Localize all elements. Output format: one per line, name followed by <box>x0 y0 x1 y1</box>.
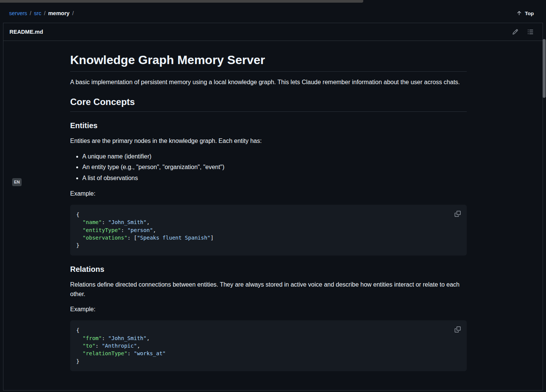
breadcrumb: servers / src / memory / <box>9 10 74 16</box>
pencil-icon <box>512 29 518 35</box>
copy-button[interactable] <box>452 324 463 335</box>
edit-file-button[interactable] <box>509 26 521 38</box>
list-item: An entity type (e.g., "person", "organiz… <box>82 163 467 172</box>
breadcrumb-link-servers[interactable]: servers <box>9 10 27 16</box>
entities-list: A unique name (identifier) An entity typ… <box>70 152 467 183</box>
file-card: README.md Knowledge Graph Memory Server … <box>3 23 543 390</box>
relations-example-label: Example: <box>70 305 467 314</box>
code-content: { "name": "John_Smith", "entityType": "p… <box>76 211 461 249</box>
readme-content: Knowledge Graph Memory Server A basic im… <box>3 41 543 371</box>
doc-title: Knowledge Graph Memory Server <box>70 52 467 72</box>
back-to-top-button[interactable]: Top <box>513 8 537 19</box>
arrow-up-icon <box>516 10 522 16</box>
file-header: README.md <box>3 23 543 41</box>
breadcrumb-separator: / <box>44 10 46 16</box>
github-readme-page: servers / src / memory / Top README.md <box>0 0 546 392</box>
code-block-relation-example: { "from": "John_Smith", "to": "Anthropic… <box>70 320 467 371</box>
doc-intro: A basic implementation of persistent mem… <box>70 78 467 87</box>
core-concepts-heading: Core Concepts <box>70 96 467 112</box>
relations-description: Relations define directed connections be… <box>70 280 467 299</box>
entities-heading: Entities <box>70 121 467 130</box>
list-item: A list of observations <box>82 174 467 183</box>
code-block-entity-example: { "name": "John_Smith", "entityType": "p… <box>70 205 467 256</box>
top-window-bar <box>0 0 363 3</box>
translate-badge[interactable]: EN <box>12 178 22 186</box>
entities-description: Entities are the primary nodes in the kn… <box>70 136 467 146</box>
file-actions <box>509 26 537 38</box>
file-name: README.md <box>9 29 43 35</box>
list-item: A unique name (identifier) <box>82 152 467 162</box>
breadcrumb-current-memory: memory <box>48 10 69 16</box>
back-to-top-label: Top <box>525 11 534 16</box>
entities-example-label: Example: <box>70 189 467 199</box>
outline-button[interactable] <box>524 26 537 38</box>
copy-icon <box>455 211 461 217</box>
breadcrumb-row: servers / src / memory / Top <box>0 0 546 23</box>
list-unordered-icon <box>527 29 533 35</box>
breadcrumb-separator: / <box>30 10 31 16</box>
markdown-body: Knowledge Graph Memory Server A basic im… <box>70 41 467 371</box>
scrollbar-thumb[interactable] <box>543 39 546 98</box>
copy-icon <box>455 326 461 332</box>
vertical-scrollbar[interactable] <box>542 0 546 392</box>
breadcrumb-link-src[interactable]: src <box>34 10 41 16</box>
breadcrumb-separator: / <box>72 10 74 16</box>
copy-button[interactable] <box>452 209 463 219</box>
code-content: { "from": "John_Smith", "to": "Anthropic… <box>76 326 461 365</box>
relations-heading: Relations <box>70 265 467 274</box>
